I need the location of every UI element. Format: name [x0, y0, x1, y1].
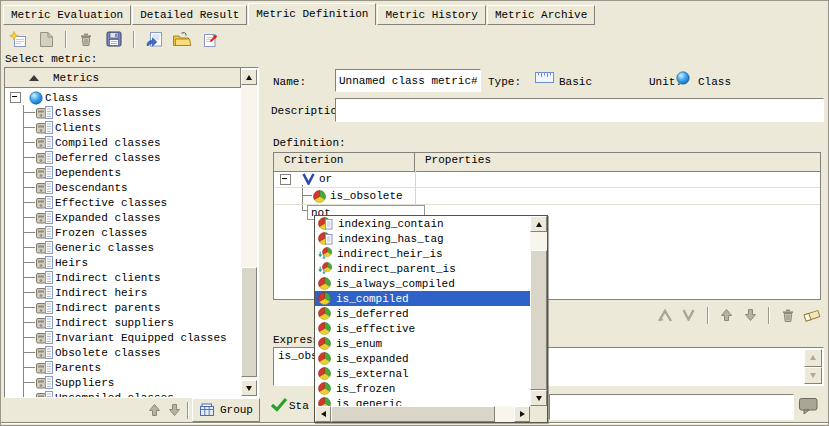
unit-value: Class: [698, 76, 731, 88]
scroll-up-button[interactable]: [241, 69, 257, 85]
scroll-thumb[interactable]: [530, 250, 547, 390]
sort-ascending-icon: [29, 75, 39, 81]
metric-tool-window: Metric EvaluationDetailed ResultMetric D…: [0, 0, 829, 426]
metric-item-icon: [36, 136, 53, 149]
dropdown-item-label: is_external: [336, 368, 409, 380]
move-up-button[interactable]: [718, 305, 736, 325]
properties-column-header[interactable]: Properties: [415, 153, 491, 171]
tree-root-class[interactable]: Class: [5, 90, 241, 105]
tree-item-indirect-suppliers[interactable]: Indirect suppliers: [5, 315, 241, 330]
arrow-down-icon: [536, 396, 542, 401]
scroll-up-button[interactable]: [530, 216, 547, 232]
dropdown-item-indirect-parent-is[interactable]: indirect_parent_is: [315, 261, 530, 276]
metric-item-icon: [36, 196, 53, 209]
tree-vertical-scrollbar[interactable]: [241, 69, 257, 396]
dropdown-item-is-external[interactable]: is_external: [315, 366, 530, 381]
tree-branch-line: [23, 390, 36, 397]
tree-item-uncompiled-classes[interactable]: Uncompiled classes: [5, 390, 241, 397]
dropdown-item-is-compiled[interactable]: is_compiled: [315, 291, 530, 306]
scroll-thumb[interactable]: [241, 267, 257, 377]
move-metric-down-button[interactable]: [164, 400, 184, 420]
tab-metric-evaluation[interactable]: Metric Evaluation: [3, 5, 131, 25]
dropdown-horizontal-scrollbar[interactable]: [315, 406, 530, 422]
erase-criterion-button[interactable]: [803, 305, 821, 325]
scroll-down-button[interactable]: [241, 380, 257, 396]
class-unit-icon: [676, 71, 690, 85]
criterion-row-is-obsolete[interactable]: is_obsolete: [274, 188, 820, 205]
erase-criterion-icon: [803, 308, 821, 322]
tree-item-frozen-classes[interactable]: Frozen classes: [5, 225, 241, 240]
dropdown-item-is-expanded[interactable]: is_expanded: [315, 351, 530, 366]
import-metrics-button[interactable]: [142, 29, 166, 50]
tab-metric-definition[interactable]: Metric Definition: [248, 3, 376, 25]
dropdown-item-is-generic[interactable]: is_generic: [315, 396, 530, 406]
save-metric-button[interactable]: [102, 29, 126, 50]
metrics-column-header[interactable]: Metrics: [5, 68, 241, 88]
tree-item-generic-classes[interactable]: Generic classes: [5, 240, 241, 255]
description-input[interactable]: [335, 98, 824, 122]
tree-item-classes[interactable]: Classes: [5, 105, 241, 120]
new-metric-button[interactable]: [6, 29, 30, 50]
dropdown-item-label: indirect_parent_is: [337, 263, 456, 275]
dropdown-item-indexing-has-tag[interactable]: indexing_has_tag: [315, 231, 530, 246]
status-message-field[interactable]: [549, 394, 794, 420]
basic-type-icon: [535, 72, 554, 83]
tree-item-expanded-classes[interactable]: Expanded classes: [5, 210, 241, 225]
metric-item-icon: [36, 181, 53, 194]
tree-item-suppliers[interactable]: Suppliers: [5, 375, 241, 390]
tree-item-heirs[interactable]: Heirs: [5, 255, 241, 270]
dropdown-item-is-always-compiled[interactable]: is_always_compiled: [315, 276, 530, 291]
criterion-row-or[interactable]: or: [274, 171, 820, 188]
export-metrics-button[interactable]: [198, 29, 222, 50]
move-down-button[interactable]: [741, 305, 759, 325]
metric-item-icon: [36, 331, 53, 344]
criterion-icon: [318, 352, 331, 365]
group-toggle-button[interactable]: Group: [192, 398, 260, 422]
dropdown-item-indirect-heir-is[interactable]: indirect_heir_is: [315, 246, 530, 261]
scroll-left-button[interactable]: [315, 406, 331, 422]
scroll-down-button[interactable]: [530, 390, 547, 406]
collapse-icon[interactable]: [10, 92, 21, 103]
dropdown-item-is-frozen[interactable]: is_frozen: [315, 381, 530, 396]
tree-item-deferred-classes[interactable]: Deferred classes: [5, 150, 241, 165]
name-input[interactable]: [335, 69, 481, 92]
dropdown-item-is-deferred[interactable]: is_deferred: [315, 306, 530, 321]
move-metric-up-button[interactable]: [144, 400, 164, 420]
tree-item-obsolete-classes[interactable]: Obsolete classes: [5, 345, 241, 360]
scroll-right-button[interactable]: [514, 406, 530, 422]
tab-detailed-result[interactable]: Detailed Result: [132, 5, 247, 25]
delete-criterion-button[interactable]: [779, 305, 797, 325]
tree-item-parents[interactable]: Parents: [5, 360, 241, 375]
and-operator-button[interactable]: [656, 305, 674, 325]
tree-item-effective-classes[interactable]: Effective classes: [5, 195, 241, 210]
tree-item-compiled-classes[interactable]: Compiled classes: [5, 135, 241, 150]
delete-metric-button[interactable]: [74, 29, 98, 50]
tree-item-dependents[interactable]: Dependents: [5, 165, 241, 180]
separator: [707, 307, 709, 324]
dropdown-vertical-scrollbar[interactable]: [530, 216, 547, 406]
dropdown-item-indexing-contain[interactable]: indexing_contain: [315, 216, 530, 231]
tree-item-invariant-equipped-classes[interactable]: Invariant Equipped classes: [5, 330, 241, 345]
separator: [65, 31, 67, 48]
criterion-icon: [318, 322, 331, 335]
expression-scroll-down-button[interactable]: [804, 367, 822, 385]
move-up-icon: [719, 308, 734, 322]
tree-item-descendants[interactable]: Descendants: [5, 180, 241, 195]
or-operator-button-gray[interactable]: [680, 305, 698, 325]
duplicate-metric-button[interactable]: [34, 29, 58, 50]
expression-scroll-up-button[interactable]: [804, 349, 822, 367]
expression-scrollbar: [804, 349, 822, 384]
tab-metric-history[interactable]: Metric History: [377, 5, 485, 25]
dropdown-item-is-effective[interactable]: is_effective: [315, 321, 530, 336]
tree-item-indirect-parents[interactable]: Indirect parents: [5, 300, 241, 315]
dropdown-item-label: is_deferred: [336, 308, 409, 320]
criterion-column-header[interactable]: Criterion: [274, 153, 415, 171]
tab-metric-archive[interactable]: Metric Archive: [487, 5, 595, 25]
scroll-thumb[interactable]: [331, 406, 495, 422]
open-metric-file-button[interactable]: [170, 29, 194, 50]
tree-item-indirect-heirs[interactable]: Indirect heirs: [5, 285, 241, 300]
dropdown-item-is-enum[interactable]: is_enum: [315, 336, 530, 351]
collapse-icon[interactable]: [280, 174, 291, 185]
tree-item-indirect-clients[interactable]: Indirect clients: [5, 270, 241, 285]
tree-item-clients[interactable]: Clients: [5, 120, 241, 135]
